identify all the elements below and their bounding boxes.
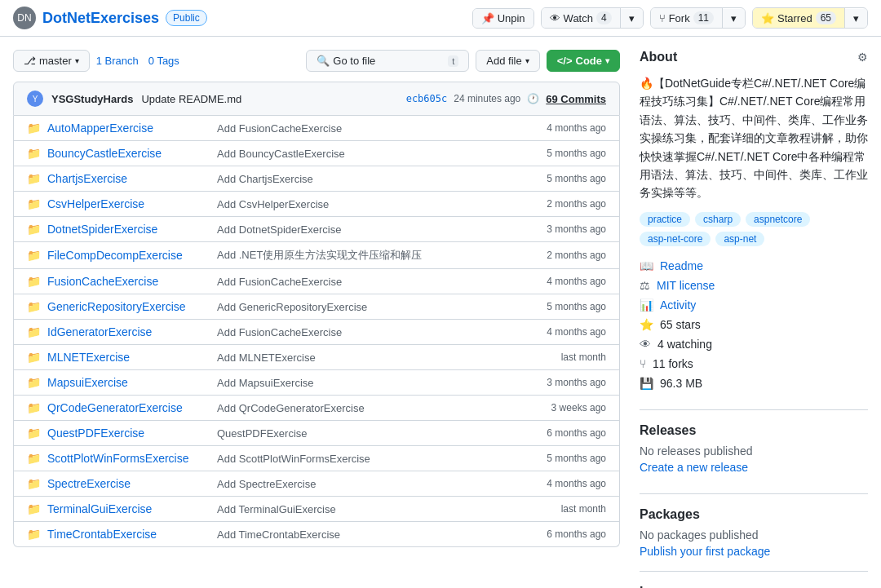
file-name[interactable]: SpectreExercise — [47, 477, 210, 490]
table-row: 📁 BouncyCastleExercise Add BouncyCastleE… — [14, 141, 619, 166]
unpin-button[interactable]: 📌 Unpin — [473, 9, 533, 28]
create-release-link[interactable]: Create a new release — [640, 461, 748, 474]
book-icon: 📖 — [640, 259, 653, 272]
watch-group: 👁 Watch 4 ▾ — [541, 7, 644, 29]
star-dropdown[interactable]: ▾ — [845, 9, 867, 28]
file-commit-message: Add SpectreExercise — [217, 478, 540, 490]
folder-icon: 📁 — [27, 477, 41, 490]
star-icon-2: ⭐ — [640, 318, 653, 331]
star-button[interactable]: ⭐ Starred 65 — [753, 8, 845, 28]
releases-title: Releases — [640, 423, 868, 438]
about-section: About ⚙ 🔥【DotNetGuide专栏C#/.NET/.NET Core… — [640, 50, 868, 390]
file-name[interactable]: MapsuiExercise — [47, 376, 210, 389]
file-name[interactable]: AutoMapperExercise — [47, 122, 210, 135]
file-commit-message: Add QrCodeGeneratorExercise — [217, 402, 545, 414]
file-name[interactable]: GenericRepositoryExercise — [47, 300, 210, 313]
topic-tag[interactable]: asp-net — [715, 232, 764, 246]
topic-tag[interactable]: practice — [640, 212, 690, 227]
fork-dropdown[interactable]: ▾ — [723, 9, 745, 28]
tag-count-link[interactable]: 0 Tags — [148, 55, 179, 67]
file-name[interactable]: TimeCrontabExercise — [47, 528, 210, 541]
topic-tag[interactable]: aspnetcore — [746, 212, 810, 227]
table-row: 📁 ScottPlotWinFormsExercise Add ScottPlo… — [14, 446, 619, 471]
commit-hash[interactable]: ecb605c — [406, 93, 448, 104]
file-time: 4 months ago — [547, 326, 606, 338]
file-commit-message: Add MapsuiExercise — [217, 377, 540, 389]
commit-message: Update README.md — [141, 93, 241, 105]
code-chevron: ▾ — [605, 56, 609, 65]
about-title: About — [640, 50, 677, 64]
goto-shortcut: t — [448, 55, 458, 67]
readme-anchor[interactable]: Readme — [660, 259, 703, 272]
branch-count-link[interactable]: 1 Branch — [96, 55, 139, 67]
file-name[interactable]: IdGeneratorExercise — [47, 325, 210, 338]
unpin-label: Unpin — [498, 12, 525, 24]
fork-count: 11 — [693, 11, 714, 24]
watch-dropdown[interactable]: ▾ — [621, 9, 643, 28]
goto-file-button[interactable]: 🔍 Go to file t — [306, 50, 469, 72]
folder-icon: 📁 — [27, 197, 41, 210]
table-row: 📁 GenericRepositoryExercise Add GenericR… — [14, 294, 619, 320]
chevron-down-icon-3: ▾ — [853, 12, 859, 24]
table-row: 📁 QrCodeGeneratorExercise Add QrCodeGene… — [14, 396, 619, 421]
file-time: 3 months ago — [547, 223, 606, 235]
file-time: 4 months ago — [547, 276, 606, 287]
file-commit-message: Add ScottPlotWinFormsExercise — [217, 453, 540, 465]
file-name[interactable]: TerminalGuiExercise — [47, 502, 210, 515]
file-time: 5 months ago — [547, 148, 606, 159]
topic-tag[interactable]: csharp — [695, 212, 741, 227]
file-time: 3 months ago — [547, 377, 606, 388]
publish-package-link[interactable]: Publish your first package — [640, 545, 770, 558]
code-button[interactable]: </> Code ▾ — [547, 50, 620, 72]
avatar: DN — [13, 7, 36, 29]
file-name[interactable]: ChartjsExercise — [47, 172, 210, 185]
file-commit-message: Add GenericRepositoryExercise — [217, 301, 540, 313]
add-file-button[interactable]: Add file ▾ — [476, 50, 539, 72]
commits-count-link[interactable]: 69 Commits — [546, 93, 606, 105]
branch-selector[interactable]: ⎇ master ▾ — [13, 50, 90, 72]
activity-anchor[interactable]: Activity — [660, 298, 696, 312]
file-time: 6 months ago — [547, 427, 606, 439]
table-row: 📁 FusionCacheExercise Add FusionCacheExe… — [14, 269, 619, 294]
file-time: 4 months ago — [547, 122, 606, 134]
fork-icon-2: ⑂ — [640, 357, 646, 370]
file-time: 5 months ago — [547, 453, 606, 464]
commit-time: 24 minutes ago — [454, 93, 520, 104]
file-name[interactable]: ScottPlotWinFormsExercise — [47, 452, 210, 465]
languages-title: Languages — [640, 585, 868, 588]
file-name[interactable]: FusionCacheExercise — [47, 275, 210, 288]
add-file-chevron: ▾ — [525, 56, 529, 65]
branch-info: 1 Branch 0 Tags — [96, 55, 179, 67]
file-name[interactable]: BouncyCastleExercise — [47, 147, 210, 160]
folder-icon: 📁 — [27, 122, 41, 135]
languages-section: Languages C# 72.4% CSS 14.6% — [640, 571, 868, 588]
watch-button[interactable]: 👁 Watch 4 — [542, 8, 621, 28]
fork-label: Fork — [669, 12, 690, 24]
forks-count: 11 forks — [653, 357, 693, 370]
license-link: ⚖ MIT license — [640, 279, 868, 292]
folder-icon: 📁 — [27, 376, 41, 389]
gear-icon[interactable]: ⚙ — [857, 51, 868, 64]
file-name[interactable]: DotnetSpiderExercise — [47, 223, 210, 236]
file-name[interactable]: FileCompDecompExercise — [47, 249, 210, 262]
topic-tag[interactable]: asp-net-core — [640, 232, 711, 246]
fork-button[interactable]: ⑂ Fork 11 — [651, 8, 723, 28]
file-name[interactable]: CsvHelperExercise — [47, 197, 210, 210]
stars-info: ⭐ 65 stars — [640, 318, 868, 331]
table-row: 📁 MLNETExercise Add MLNETExercise last m… — [14, 345, 619, 370]
file-time: 6 months ago — [547, 528, 606, 540]
table-row: 📁 DotnetSpiderExercise Add DotnetSpiderE… — [14, 217, 619, 242]
fork-group: ⑂ Fork 11 ▾ — [650, 7, 746, 29]
license-anchor[interactable]: MIT license — [657, 279, 715, 292]
repo-content: ⎇ master ▾ 1 Branch 0 Tags 🔍 Go to file … — [13, 50, 620, 588]
releases-section: Releases No releases published Create a … — [640, 409, 868, 474]
file-name[interactable]: QrCodeGeneratorExercise — [47, 401, 210, 414]
file-commit-message: Add CsvHelperExercise — [217, 198, 540, 210]
balance-icon: ⚖ — [640, 279, 650, 292]
search-icon: 🔍 — [317, 55, 330, 67]
commit-author[interactable]: YSGStudyHards — [51, 93, 133, 105]
repo-name[interactable]: DotNetExercises — [42, 10, 159, 27]
file-name[interactable]: QuestPDFExercise — [47, 427, 210, 440]
folder-icon: 📁 — [27, 172, 41, 185]
file-name[interactable]: MLNETExercise — [47, 351, 210, 364]
